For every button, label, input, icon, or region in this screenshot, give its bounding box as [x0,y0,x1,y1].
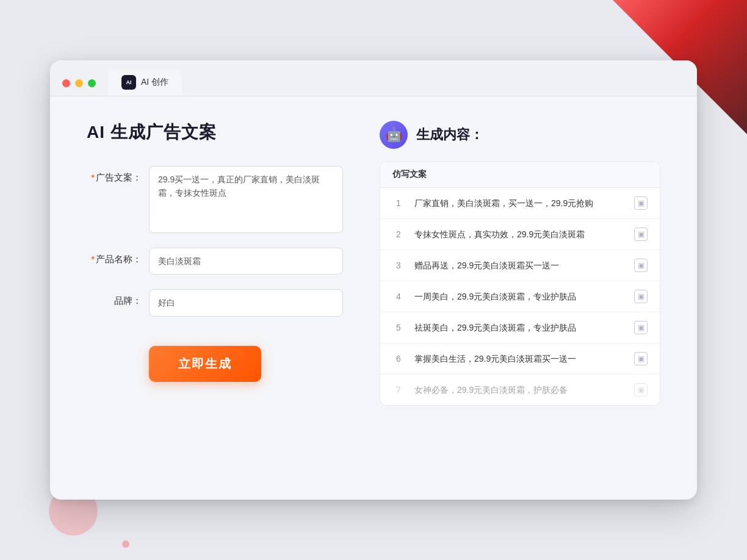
result-item: 4一周美白，29.9元美白淡斑霜，专业护肤品▣ [380,281,660,312]
result-number: 5 [392,323,405,332]
copy-icon[interactable]: ▣ [634,290,648,303]
browser-window: AI 创作 AI 生成广告文案 *广告文案： 29.9买一送一，真正的厂家直销，… [50,60,697,500]
result-number: 1 [392,198,405,208]
maximize-button[interactable] [88,79,96,87]
traffic-lights [62,79,96,96]
required-star-ad: * [91,172,95,182]
result-item: 1厂家直销，美白淡斑霜，买一送一，29.9元抢购▣ [380,188,660,219]
result-number: 6 [392,354,405,364]
result-number: 3 [392,260,405,270]
result-text: 祛斑美白，29.9元美白淡斑霜，专业护肤品 [414,321,624,334]
ai-tab-icon [121,75,136,90]
product-name-row: *产品名称： [87,248,343,275]
copy-icon[interactable]: ▣ [634,321,648,334]
result-item: 5祛斑美白，29.9元美白淡斑霜，专业护肤品▣ [380,312,660,343]
close-button[interactable] [62,79,70,87]
right-title: 生成内容： [416,126,483,144]
minimize-button[interactable] [75,79,83,87]
result-text: 专抹女性斑点，真实功效，29.9元美白淡斑霜 [414,228,624,241]
ad-copy-row: *广告文案： 29.9买一送一，真正的厂家直销，美白淡斑霜，专抹女性斑点 [87,166,343,233]
result-text: 掌握美白生活，29.9元美白淡斑霜买一送一 [414,353,624,365]
copy-icon[interactable]: ▣ [634,228,648,241]
brand-label: 品牌： [87,289,142,307]
copy-icon[interactable]: ▣ [634,196,648,210]
product-name-input[interactable] [149,248,343,275]
left-panel: AI 生成广告文案 *广告文案： 29.9买一送一，真正的厂家直销，美白淡斑霜，… [87,121,343,462]
ad-copy-label: *广告文案： [87,166,142,184]
bg-decoration-dot [122,540,129,548]
result-text: 赠品再送，29.9元美白淡斑霜买一送一 [414,259,624,272]
main-content: AI 生成广告文案 *广告文案： 29.9买一送一，真正的厂家直销，美白淡斑霜，… [50,96,697,487]
copy-icon[interactable]: ▣ [634,259,648,272]
results-list: 1厂家直销，美白淡斑霜，买一送一，29.9元抢购▣2专抹女性斑点，真实功效，29… [380,188,660,405]
result-text: 厂家直销，美白淡斑霜，买一送一，29.9元抢购 [414,197,624,210]
ad-copy-input[interactable]: 29.9买一送一，真正的厂家直销，美白淡斑霜，专抹女性斑点 [149,166,343,233]
brand-row: 品牌： [87,289,343,316]
tab-label: AI 创作 [141,77,168,88]
page-title: AI 生成广告文案 [87,121,343,144]
title-bar: AI 创作 [50,60,697,96]
right-panel: 生成内容： 仿写文案 1厂家直销，美白淡斑霜，买一送一，29.9元抢购▣2专抹女… [380,121,660,462]
results-column-header: 仿写文案 [380,162,660,188]
results-table: 仿写文案 1厂家直销，美白淡斑霜，买一送一，29.9元抢购▣2专抹女性斑点，真实… [380,161,660,406]
robot-icon [380,121,408,149]
generate-button[interactable]: 立即生成 [149,346,261,382]
copy-icon[interactable]: ▣ [634,352,648,365]
product-name-label: *产品名称： [87,248,142,265]
result-item: 7女神必备，29.9元美白淡斑霜，护肤必备▣ [380,375,660,405]
tab-ai-creation[interactable]: AI 创作 [108,69,182,96]
copy-icon[interactable]: ▣ [634,383,648,397]
result-item: 3赠品再送，29.9元美白淡斑霜买一送一▣ [380,250,660,281]
result-text: 一周美白，29.9元美白淡斑霜，专业护肤品 [414,290,624,303]
result-number: 2 [392,229,405,239]
result-item: 2专抹女性斑点，真实功效，29.9元美白淡斑霜▣ [380,219,660,250]
result-number: 4 [392,292,405,301]
right-header: 生成内容： [380,121,660,149]
result-number: 7 [392,385,405,395]
result-text: 女神必备，29.9元美白淡斑霜，护肤必备 [414,384,624,397]
result-item: 6掌握美白生活，29.9元美白淡斑霜买一送一▣ [380,343,660,375]
required-star-product: * [91,254,95,264]
brand-input[interactable] [149,289,343,316]
